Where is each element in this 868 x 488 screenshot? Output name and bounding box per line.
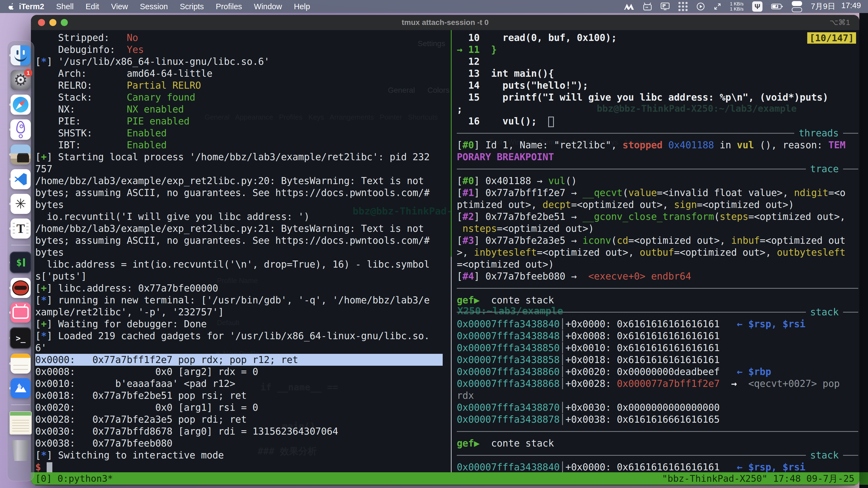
source-position-badge: [10/147] <box>807 32 856 44</box>
dock-item-finder[interactable] <box>7 45 34 65</box>
apple-menu-icon[interactable] <box>8 3 14 10</box>
tmux-pane-left[interactable]: Stripped: No Debuginfo: Yes[*] '/usr/lib… <box>35 32 443 474</box>
terminal-line: rdx <box>457 390 474 401</box>
battery-icon[interactable] <box>771 3 783 10</box>
dock-item-bilibili[interactable] <box>7 302 34 323</box>
toggles-icon[interactable] <box>792 1 802 12</box>
window-shortcut: ⌥⌘1 <box>830 15 850 30</box>
terminal-line: 757 <box>35 163 52 175</box>
typora-icon: T <box>10 219 31 238</box>
input-method-icon[interactable]: Ψ <box>752 1 763 12</box>
dock-item-terminal[interactable]: >_ <box>7 327 34 349</box>
dock-item-safari[interactable] <box>7 95 34 115</box>
menu-window[interactable]: Window <box>254 2 282 11</box>
menu-shell[interactable]: Shell <box>56 2 74 11</box>
window-title: tmux attach-session -t 0 <box>31 15 859 30</box>
background-green-bar <box>859 472 868 485</box>
terminal-line: gef▶ conte stack <box>457 294 554 306</box>
separator-line: stack <box>457 306 858 318</box>
terminal-line: PIE: PIE enabled <box>35 115 190 127</box>
terminal-content[interactable]: SettingsGeneralColorsGeneral Appearance … <box>31 30 859 485</box>
network-speed[interactable]: 1 KB/s1 KB/s <box>730 1 744 12</box>
iterm2-window: tmux attach-session -t 0 ⌥⌘1 SettingsGen… <box>31 15 859 485</box>
chatgpt-icon: ✳ <box>10 194 31 214</box>
terminal-line: [#1] 0x77a7bff1f2e7 → __qecvt(value=<inv… <box>457 187 845 199</box>
dock-item-system-settings[interactable]: 1⚙ <box>7 70 34 90</box>
dock-item-red-robot-app[interactable] <box>7 278 34 298</box>
terminal-line: ; <box>457 103 463 115</box>
terminal-line: [#0] Id 1, Name: "ret2libc", stopped 0x4… <box>457 139 845 151</box>
dock-item-vscode[interactable] <box>7 169 34 189</box>
terminal-line: NX: NX enabled <box>35 103 184 115</box>
dock-item-preview-image[interactable] <box>7 144 34 165</box>
terminal-line: =<optimized out>) <box>457 258 554 270</box>
terminal-line: bytes; assuming ASCII, no guarantees. Se… <box>35 187 430 199</box>
hollow-cursor <box>548 117 554 127</box>
menu-time[interactable]: 17:49 <box>841 1 861 12</box>
menu-view[interactable]: View <box>111 2 128 11</box>
terminal-line: 0x0010: b'eaaafaaa' <pad r12> <box>35 378 236 390</box>
terminal-line: [*] '/usr/lib/x86_64-linux-gnu/libc.so.6… <box>35 56 270 67</box>
iterm2-icon: $ <box>10 252 31 273</box>
menu-profiles[interactable]: Profiles <box>216 2 242 11</box>
menu-help[interactable]: Help <box>294 2 310 11</box>
menu-iterm2[interactable]: iTerm2 <box>19 2 44 11</box>
terminal-line: IBT: Enabled <box>35 139 167 151</box>
dock-item-iterm2[interactable]: $ <box>7 252 34 273</box>
pane-divider-active[interactable] <box>451 30 452 257</box>
play-icon[interactable] <box>696 2 705 11</box>
terminal-line: Arch: amd64-64-little <box>35 67 212 79</box>
menu-bar: iTerm2ShellEditViewSessionScriptsProfile… <box>0 0 868 13</box>
terminal-line: 0x00007fffa3438860│+0x0020: 0x00000000de… <box>457 366 771 378</box>
grid-icon[interactable] <box>678 2 688 11</box>
terminal-line: [+] libc.address: 0x77a7bfe00000 <box>35 282 218 294</box>
terminal-line: 0x0028: 0x77a7bfe2a3e5 pop rdi; ret <box>35 414 247 425</box>
terminal-line: ptimized out>, decpt=<optimized out>, si… <box>457 199 794 210</box>
dock-item-mountain-blue-app[interactable] <box>7 378 34 398</box>
terminal-line: 12 <box>457 56 479 67</box>
tmux-host-clock: "bbz-ThinkPad-X250" 17:48 09-7月-25 <box>662 472 855 485</box>
terminal-line: 0x00007fffa3438868│+0x0028: 0x000077a7bf… <box>457 378 840 390</box>
terminal-line: Debuginfo: Yes <box>35 44 144 56</box>
bilibili-icon <box>10 302 31 323</box>
resize-icon[interactable] <box>714 3 721 10</box>
preview-image-icon <box>10 144 31 165</box>
dock-item-trash[interactable] <box>7 439 34 461</box>
dock-item-documents-stack[interactable] <box>7 411 34 434</box>
tmux-pane-right[interactable]: 10 read(0, buf, 0x100);→ 11 } 12 13 int … <box>457 32 858 474</box>
dock-item-notes[interactable] <box>7 354 34 373</box>
tmux-window-list[interactable]: [0] 0:python3* <box>35 472 113 485</box>
terminal-line: → 11 } <box>457 44 497 56</box>
terminal-line: RELRO: Partial RELRO <box>35 79 201 91</box>
menu-edit[interactable]: Edit <box>86 2 99 11</box>
terminal-line: 0x0020: 0x0 [arg1] rsi = 0 <box>35 401 258 414</box>
terminal-line: SHSTK: Enabled <box>35 127 167 139</box>
terminal-line: 16 vul(); <box>457 115 554 127</box>
terminal-line: bytes <box>35 199 64 210</box>
terminal-line: 0x00007fffa3438840│+0x0000: 0x6161616161… <box>457 318 805 330</box>
screen-mirror-icon[interactable] <box>643 2 652 10</box>
notification-badge: 1 <box>24 69 32 77</box>
terminal-line: [*] Switching to interactive mode <box>35 449 224 461</box>
terminal-line: libc.address = int(io.recvuntil('\n', dr… <box>35 258 430 270</box>
menu-scripts[interactable]: Scripts <box>180 2 204 11</box>
window-titlebar[interactable]: tmux attach-session -t 0 ⌥⌘1 <box>31 15 859 30</box>
separator-line <box>457 282 858 294</box>
display-icon[interactable] <box>660 2 670 10</box>
terminal-line: $ <box>35 461 52 473</box>
terminal-line: 0x00007fffa3438840│+0x0000: 0x6161616161… <box>457 461 805 473</box>
m-logo-icon[interactable] <box>624 3 634 10</box>
terminal-line: 6' <box>35 342 46 354</box>
dock-item-typora[interactable]: T <box>7 219 34 238</box>
dock-item-chatgpt[interactable]: ✳ <box>7 194 34 214</box>
dock-item-rocket-app[interactable] <box>7 119 34 140</box>
menu-session[interactable]: Session <box>140 2 168 11</box>
documents-stack-icon <box>9 411 32 434</box>
menu-date[interactable]: 7月9日 <box>811 1 835 12</box>
menu-items: iTerm2ShellEditViewSessionScriptsProfile… <box>19 2 310 11</box>
terminal-line: gef▶ conte stack <box>457 437 554 449</box>
pane-divider[interactable] <box>451 257 452 473</box>
dock-divider <box>11 404 30 405</box>
terminal-line: Stack: Canary found <box>35 91 195 103</box>
terminal-line: 0x00007fffa3438858│+0x0018: 0x6161616161… <box>457 354 720 366</box>
